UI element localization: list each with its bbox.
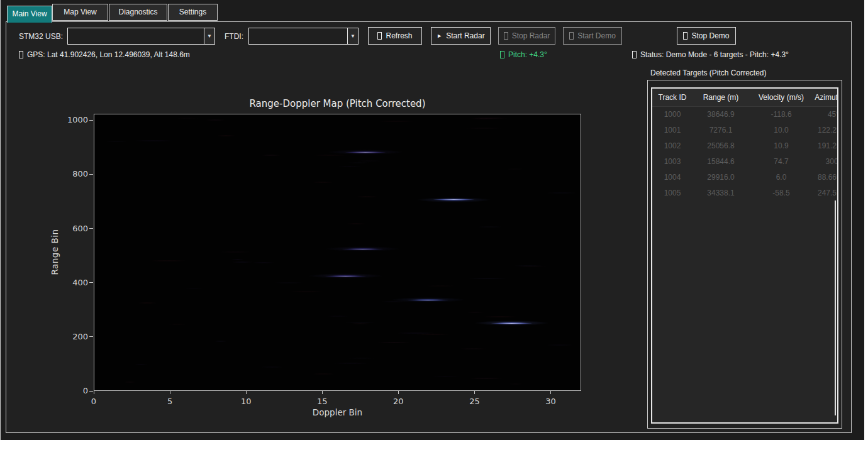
cell-range: 25056.8 xyxy=(693,138,749,154)
noise-streak xyxy=(481,316,520,317)
noise-streak xyxy=(544,344,575,346)
y-tick-label: 1000 xyxy=(62,115,88,124)
noise-streak xyxy=(469,118,499,119)
x-tick-label: 5 xyxy=(151,397,189,406)
missing-glyph-icon xyxy=(569,32,574,40)
noise-streak xyxy=(467,118,512,119)
stop-demo-button[interactable]: Stop Demo xyxy=(677,27,736,45)
targets-table: Track ID Range (m) Velocity (m/s) Azimut… xyxy=(651,87,838,424)
noise-streak xyxy=(424,285,457,287)
stop-radar-button-label: Stop Radar xyxy=(512,31,550,40)
noise-streak xyxy=(467,378,505,379)
ftdi-label: FTDI: xyxy=(225,32,243,41)
target-echo-halo xyxy=(308,273,383,278)
noise-streak xyxy=(515,266,550,267)
noise-streak xyxy=(331,363,372,364)
noise-streak xyxy=(336,166,364,167)
table-row[interactable]: 1003 15844.6 74.7 300° xyxy=(652,154,838,170)
main-view-panel: STM32 USB: ▼ FTDI: ▼ Refresh ► Start Rad… xyxy=(6,21,852,433)
table-row[interactable]: 1002 25056.8 10.9 191.2552 xyxy=(652,138,838,154)
chevron-down-icon[interactable]: ▼ xyxy=(204,28,214,44)
stm32-usb-combobox[interactable]: ▼ xyxy=(67,28,215,45)
y-tick-label: 400 xyxy=(62,278,88,287)
start-demo-button-label: Start Demo xyxy=(577,31,616,40)
tab-map-view[interactable]: Map View xyxy=(52,4,108,21)
table-row[interactable]: 1000 38646.9 -118.6 45° xyxy=(652,107,838,123)
cell-range: 38646.9 xyxy=(693,107,749,123)
targets-panel-title: Detected Targets (Pitch Corrected) xyxy=(650,69,767,77)
x-tick-mark xyxy=(94,391,94,394)
table-header-row: Track ID Range (m) Velocity (m/s) Azimut… xyxy=(652,89,838,107)
table-vertical-scrollbar[interactable] xyxy=(835,200,836,415)
noise-streak xyxy=(342,322,379,323)
y-tick-mark xyxy=(89,391,93,392)
chevron-down-icon[interactable]: ▼ xyxy=(347,28,358,44)
target-echo-core xyxy=(433,199,475,200)
cell-azimuth: 300° xyxy=(813,154,838,170)
noise-streak xyxy=(271,282,306,283)
tab-settings[interactable]: Settings xyxy=(168,4,218,21)
noise-streak xyxy=(511,265,547,266)
ftdi-combobox[interactable]: ▼ xyxy=(248,28,359,45)
cell-azimuth: 45° xyxy=(813,107,838,123)
noise-streak xyxy=(131,140,176,141)
column-header-track-id[interactable]: Track ID xyxy=(652,89,693,106)
noise-streak xyxy=(310,182,335,183)
start-demo-button[interactable]: Start Demo xyxy=(563,27,622,45)
noise-streak xyxy=(147,260,190,261)
start-radar-button-label: Start Radar xyxy=(446,31,484,40)
noise-streak xyxy=(350,323,371,324)
column-header-range[interactable]: Range (m) xyxy=(693,89,749,106)
cell-azimuth: 88.66998 xyxy=(813,170,838,185)
chart-title: Range-Doppler Map (Pitch Corrected) xyxy=(94,98,581,109)
missing-glyph-icon xyxy=(683,32,687,40)
table-row[interactable]: 1005 34338.1 -58.5 247.5104 xyxy=(652,185,838,201)
stm32-usb-label: STM32 USB: xyxy=(19,32,63,41)
noise-streak xyxy=(354,196,380,197)
target-echo-halo xyxy=(391,297,465,302)
noise-streak xyxy=(476,226,504,228)
noise-streak xyxy=(374,342,413,343)
noise-streak xyxy=(543,192,579,194)
cell-track-id: 1005 xyxy=(652,185,693,201)
noise-streak xyxy=(215,135,237,136)
x-tick-label: 15 xyxy=(303,397,341,406)
cell-azimuth: 191.2552 xyxy=(813,138,838,154)
target-echo-core xyxy=(342,248,384,250)
cell-track-id: 1003 xyxy=(652,154,693,170)
noise-streak xyxy=(310,155,350,156)
gps-status-text: GPS: Lat 41.902426, Lon 12.496039, Alt 1… xyxy=(27,50,190,59)
gps-status: GPS: Lat 41.902426, Lon 12.496039, Alt 1… xyxy=(19,50,190,59)
cell-velocity: -58.5 xyxy=(749,185,813,201)
target-echo-halo xyxy=(416,197,491,202)
cell-velocity: 10.9 xyxy=(749,138,813,154)
table-row[interactable]: 1001 7276.1 10.0 122.2510 xyxy=(652,123,838,138)
y-tick-label: 600 xyxy=(62,224,88,233)
cell-track-id: 1001 xyxy=(652,123,693,138)
noise-streak xyxy=(218,251,253,253)
column-header-azimuth[interactable]: Azimuth (°) xyxy=(813,89,838,106)
start-radar-button[interactable]: ► Start Radar xyxy=(431,27,491,45)
gauge-icon xyxy=(500,51,504,58)
x-tick-label: 0 xyxy=(75,397,113,406)
noise-streak xyxy=(394,332,438,334)
column-header-velocity[interactable]: Velocity (m/s) xyxy=(749,89,813,106)
table-row[interactable]: 1004 29916.0 6.0 88.66998 xyxy=(652,170,838,185)
tab-main-view[interactable]: Main View xyxy=(7,6,52,23)
x-tick-mark xyxy=(170,391,170,394)
noise-streak xyxy=(167,324,187,325)
y-tick-label: 0 xyxy=(62,386,88,395)
y-tick-mark xyxy=(89,174,93,175)
app-window: Main View Map View Diagnostics Settings … xyxy=(0,0,868,450)
cell-range: 15844.6 xyxy=(693,154,749,170)
noise-streak xyxy=(325,316,350,317)
noise-streak xyxy=(133,364,148,365)
refresh-button[interactable]: Refresh xyxy=(368,27,422,45)
tab-diagnostics[interactable]: Diagnostics xyxy=(109,4,167,21)
x-tick-mark xyxy=(246,391,247,394)
stop-radar-button[interactable]: Stop Radar xyxy=(498,27,555,45)
x-tick-mark xyxy=(322,391,323,394)
noise-streak xyxy=(214,341,228,342)
noise-streak xyxy=(173,118,201,119)
target-echo-halo xyxy=(325,246,400,251)
